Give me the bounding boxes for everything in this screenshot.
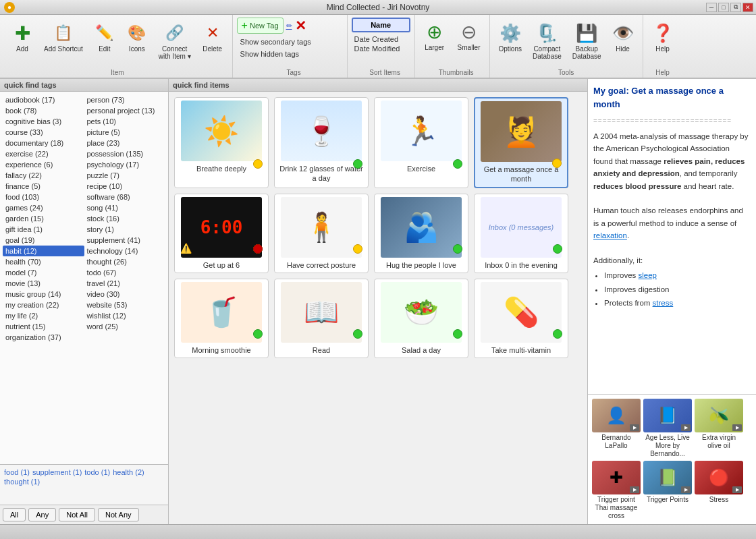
tag-item[interactable]: supplement (41) [84,235,166,246]
restore-button[interactable]: ⧉ [730,3,741,12]
item-card[interactable]: 🍷Drink 12 glasses of water a day [274,97,369,188]
tag-item[interactable]: goal (19) [3,235,84,246]
tag-item[interactable]: technology (14) [84,246,166,256]
related-item[interactable]: 🫒▶Extra virgin olive oil [695,399,743,458]
tag-item[interactable]: recipe (10) [84,181,166,192]
tag-item[interactable]: fallacy (22) [3,170,84,181]
tag-item[interactable]: my life (2) [3,310,84,321]
tag-item[interactable]: thought (26) [84,256,166,267]
tag-item[interactable]: nutrient (15) [3,321,84,332]
compact-db-button[interactable]: 🗜️ CompactDatabase [528,19,566,63]
item-card[interactable]: Inbox (0 messages)Inbox 0 in the evening [474,194,568,273]
tag-item[interactable]: cognitive bias (3) [3,116,84,127]
related-item[interactable]: 👤▶Bernando LaPallo [592,399,641,458]
maximize-button[interactable]: □ [718,3,729,12]
tag-item[interactable]: food (103) [3,192,84,202]
tag-item[interactable]: picture (5) [84,127,166,138]
filter-button-all[interactable]: All [3,508,26,521]
delete-button[interactable]: ✕ Delete [197,19,228,56]
minimize-button[interactable]: ─ [706,3,717,12]
tag-item[interactable]: wishlist (12) [84,310,166,321]
tag-item[interactable]: experience (6) [3,159,84,170]
tag-item[interactable]: exercise (22) [3,148,84,159]
tag-item[interactable]: audiobook (17) [3,94,84,105]
tag-item[interactable]: person (73) [84,94,166,105]
item-card[interactable]: 🧍Have correct posture [274,194,369,273]
show-hidden-button[interactable]: Show hidden tags [237,49,343,59]
tag-item[interactable]: stock (16) [84,213,166,224]
tag-item[interactable]: website (53) [84,300,166,310]
smaller-button[interactable]: ⊖ Smaller [453,18,485,55]
tag-item[interactable]: movie (13) [3,278,84,289]
delete-tag-button[interactable]: ✕ [295,18,306,34]
tag-item[interactable]: music group (14) [3,289,84,300]
tag-item[interactable]: model (7) [3,267,84,278]
tag-item[interactable]: story (1) [84,224,166,235]
larger-button[interactable]: ⊕ Larger [419,18,450,55]
item-card[interactable]: 🫂Hug the people I love [374,194,468,273]
item-card[interactable]: 💆Get a massage once a month [474,97,568,188]
item-card[interactable]: ☀️Breathe deeply [174,97,269,188]
filter-button-not-any[interactable]: Not Any [98,508,139,521]
tag-item[interactable]: puzzle (7) [84,170,166,181]
secondary-tag-item[interactable]: food (1) [4,468,30,476]
tag-item[interactable]: course (33) [3,127,84,138]
tag-item[interactable]: organization (37) [3,332,84,343]
filter-button-any[interactable]: Any [28,508,56,521]
tag-item[interactable]: word (25) [84,321,166,332]
sort-date-created-option[interactable]: Date Created [352,34,410,44]
tag-item[interactable]: psychology (17) [84,159,166,170]
close-button[interactable]: ✕ [742,3,753,12]
sort-name-button[interactable]: Name [352,18,410,32]
secondary-tag-item[interactable]: health (2) [113,468,144,476]
tag-item[interactable]: my creation (22) [3,300,84,310]
item-card[interactable]: 6:00⚠️Get up at 6 [174,194,269,273]
tag-item[interactable]: garden (15) [3,213,84,224]
item-card[interactable]: 🏃Exercise [374,97,468,188]
filter-button-not-all[interactable]: Not All [59,508,95,521]
connect-button[interactable]: 🔗 Connectwith Item ▾ [154,19,196,63]
help-button[interactable]: ❓ Help [647,19,678,56]
tag-item[interactable]: song (41) [84,202,166,213]
tag-item[interactable]: health (70) [3,256,84,267]
new-tag-button[interactable]: + New Tag [237,18,284,34]
item-card[interactable]: 📖Read [274,279,369,358]
related-item[interactable]: 📘▶Age Less, Live More by Bernando... [643,399,692,458]
hide-button[interactable]: 👁️ Hide [608,19,639,56]
tag-item[interactable]: documentary (18) [3,138,84,148]
tag-item[interactable]: games (24) [3,202,84,213]
relaxation-link[interactable]: relaxation [593,231,627,239]
tag-item[interactable]: travel (21) [84,278,166,289]
backup-db-button[interactable]: 💾 BackupDatabase [568,19,606,63]
tag-item[interactable]: software (68) [84,192,166,202]
tag-item[interactable]: gift idea (1) [3,224,84,235]
tag-item[interactable]: finance (5) [3,181,84,192]
secondary-tag-item[interactable]: supplement (1) [32,468,82,476]
stress-link[interactable]: stress [653,299,674,307]
tag-item[interactable]: book (78) [3,105,84,116]
secondary-tag-item[interactable]: thought (1) [4,478,40,486]
options-button[interactable]: ⚙️ Options [494,19,526,56]
item-card[interactable]: 🥤Morning smoothie [174,279,269,358]
related-item[interactable]: 📗▶Trigger Points [643,461,692,520]
related-item[interactable]: 🔴▶Stress [695,461,743,520]
add-button[interactable]: ✚ Add [7,19,38,56]
tag-item[interactable]: todo (67) [84,267,166,278]
sleep-link[interactable]: sleep [639,271,657,279]
add-shortcut-button[interactable]: 📋 Add Shortcut [39,19,88,56]
sort-date-modified-option[interactable]: Date Modified [352,44,410,53]
edit-button[interactable]: ✏️ Edit [89,19,120,56]
item-card[interactable]: 💊Take multi-vitamin [474,279,568,358]
tag-item[interactable]: place (23) [84,138,166,148]
show-secondary-button[interactable]: Show secondary tags [237,36,343,47]
tag-item[interactable]: habit (12) [3,246,84,256]
tag-item[interactable]: video (30) [84,289,166,300]
related-item[interactable]: ✚▶Trigger point Thai massage cross [592,461,641,520]
icons-button[interactable]: 🎨 Icons [122,19,153,56]
tag-item[interactable]: personal project (13) [84,105,166,116]
edit-tag-button[interactable]: ✏ [286,22,292,30]
secondary-tag-item[interactable]: todo (1) [84,468,110,476]
tag-item[interactable]: possession (135) [84,148,166,159]
item-card[interactable]: 🥗Salad a day [374,279,468,358]
tag-item[interactable]: pets (10) [84,116,166,127]
